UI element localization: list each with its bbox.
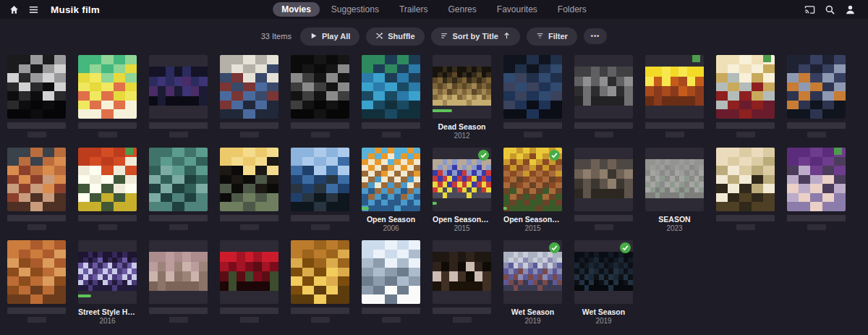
movie-card-blurred[interactable] — [149, 55, 208, 143]
movie-title-blurred — [574, 215, 633, 221]
movie-card[interactable]: Wet Season2019 — [574, 240, 633, 328]
movie-card-blurred[interactable] — [291, 55, 349, 143]
movie-poster[interactable] — [433, 55, 491, 119]
filter-button[interactable]: Filter — [527, 27, 577, 46]
movie-poster[interactable] — [787, 148, 846, 211]
movie-card[interactable]: Open Season: Scared Silly2015 — [503, 148, 562, 235]
more-button[interactable]: ••• — [584, 28, 607, 44]
movie-card-blurred[interactable] — [78, 55, 137, 143]
menu-icon[interactable] — [27, 3, 40, 16]
movie-year-blurred — [98, 132, 117, 137]
movie-card[interactable]: Open Season: Scared Silly2015 — [433, 148, 491, 235]
movie-card-blurred[interactable] — [787, 55, 846, 143]
poster-mosaic — [787, 148, 846, 211]
movie-poster[interactable] — [574, 240, 633, 304]
movie-poster[interactable] — [220, 148, 278, 211]
poster-mosaic — [149, 148, 208, 211]
home-icon[interactable] — [7, 3, 20, 16]
movie-poster[interactable] — [716, 55, 775, 119]
movie-poster[interactable] — [362, 148, 420, 211]
card-labels — [149, 308, 208, 328]
movie-card[interactable]: Street Style Highlights: Pa...2016 — [78, 240, 137, 328]
user-icon[interactable] — [843, 3, 856, 16]
movie-poster[interactable] — [645, 148, 704, 211]
movie-card[interactable]: Wet Season2019 — [503, 240, 562, 328]
movie-card-blurred[interactable] — [503, 55, 562, 143]
movie-card-blurred[interactable] — [433, 240, 491, 328]
movie-card-blurred[interactable] — [645, 55, 704, 143]
movie-poster[interactable] — [149, 240, 208, 304]
card-labels — [716, 122, 775, 143]
movie-card-blurred[interactable] — [220, 55, 278, 143]
movie-poster[interactable] — [149, 55, 208, 119]
search-icon[interactable] — [823, 3, 836, 16]
tab-favourites[interactable]: Favourites — [488, 2, 546, 17]
movie-card-blurred[interactable] — [7, 55, 66, 143]
tab-genres[interactable]: Genres — [439, 2, 485, 17]
movie-poster[interactable] — [787, 55, 846, 119]
movie-card-blurred[interactable] — [362, 55, 420, 143]
movie-poster[interactable] — [7, 148, 66, 211]
tab-folders[interactable]: Folders — [549, 2, 595, 17]
movie-poster[interactable] — [78, 148, 137, 211]
movie-poster[interactable] — [220, 55, 278, 119]
movie-card-blurred[interactable] — [78, 148, 137, 235]
movie-card-blurred[interactable] — [220, 240, 278, 328]
movie-card-blurred[interactable] — [7, 240, 66, 328]
movie-year-blurred — [240, 224, 259, 230]
movie-poster[interactable] — [78, 55, 137, 119]
movie-poster[interactable] — [433, 240, 491, 304]
movie-title[interactable]: Open Season: Scared Silly — [433, 215, 491, 224]
movie-card-blurred[interactable] — [362, 240, 420, 328]
movie-title[interactable]: Wet Season — [574, 308, 633, 317]
movie-poster[interactable] — [645, 55, 704, 119]
movie-poster[interactable] — [574, 148, 633, 211]
movie-poster[interactable] — [503, 55, 562, 119]
movie-title[interactable]: Street Style Highlights: Pa... — [78, 308, 137, 317]
poster-mosaic — [291, 55, 349, 119]
movie-title[interactable]: Wet Season — [503, 308, 562, 317]
shuffle-button[interactable]: Shuffle — [366, 27, 424, 46]
cast-icon[interactable] — [803, 3, 816, 16]
movie-poster[interactable] — [362, 55, 420, 119]
movie-card-blurred[interactable] — [149, 240, 208, 328]
movie-card-blurred[interactable] — [574, 148, 633, 235]
movie-poster[interactable] — [7, 55, 66, 119]
movie-title[interactable]: Open Season — [362, 215, 420, 224]
movie-title[interactable]: Open Season: Scared Silly — [503, 215, 562, 224]
movie-poster[interactable] — [291, 55, 349, 119]
movie-poster[interactable] — [362, 240, 420, 304]
movie-poster[interactable] — [78, 240, 137, 304]
movie-poster[interactable] — [716, 148, 775, 211]
movie-poster[interactable] — [149, 148, 208, 211]
movie-poster[interactable] — [433, 148, 491, 211]
movie-poster[interactable] — [7, 240, 66, 304]
movie-card-blurred[interactable] — [7, 148, 66, 235]
movie-title[interactable]: Dead Season — [433, 122, 491, 132]
card-labels — [362, 122, 420, 143]
movie-card-blurred[interactable] — [716, 148, 775, 235]
movie-poster[interactable] — [291, 240, 349, 304]
movie-card-blurred[interactable] — [291, 148, 349, 235]
movie-year-blurred — [382, 132, 401, 137]
play-all-button[interactable]: Play All — [300, 27, 359, 46]
movie-card-blurred[interactable] — [574, 55, 633, 143]
movie-poster[interactable] — [503, 148, 562, 211]
movie-card-blurred[interactable] — [149, 148, 208, 235]
movie-poster[interactable] — [503, 240, 562, 304]
tab-suggestions[interactable]: Suggestions — [323, 2, 388, 17]
movie-poster[interactable] — [220, 240, 278, 304]
movie-card[interactable]: Dead Season2012 — [433, 55, 491, 143]
tab-movies[interactable]: Movies — [273, 2, 320, 17]
movie-card-blurred[interactable] — [291, 240, 349, 328]
movie-title[interactable]: SEASON — [645, 215, 704, 224]
tab-trailers[interactable]: Trailers — [391, 2, 437, 17]
movie-card[interactable]: Open Season2006 — [362, 148, 420, 235]
movie-poster[interactable] — [291, 148, 349, 211]
sort-button[interactable]: Sort by Title — [431, 27, 520, 46]
movie-card-blurred[interactable] — [787, 148, 846, 235]
movie-card-blurred[interactable] — [220, 148, 278, 235]
movie-card-blurred[interactable] — [716, 55, 775, 143]
movie-card[interactable]: SEASON2023 — [645, 148, 704, 235]
movie-poster[interactable] — [574, 55, 633, 119]
